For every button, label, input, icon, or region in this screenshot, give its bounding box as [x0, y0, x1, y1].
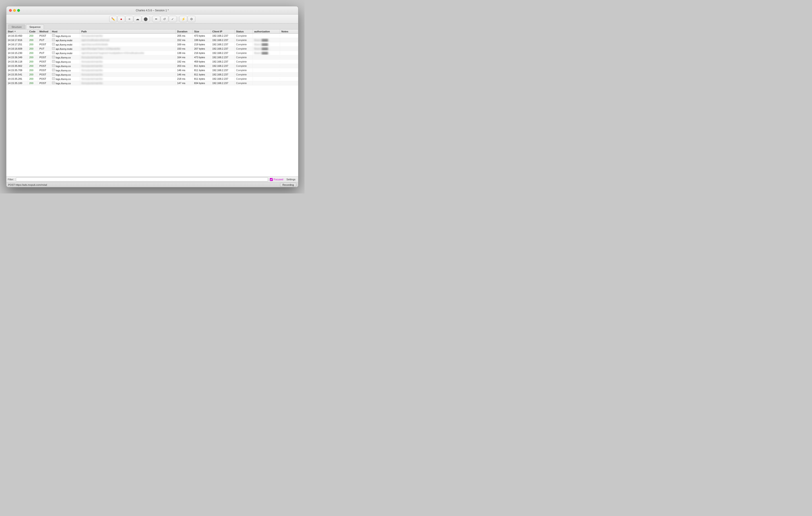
cell-notes: [280, 40, 298, 40]
row-type-icon: [52, 47, 55, 50]
table-row[interactable]: 14:16:17.251200POSTapi.ifunny.mobi/api/v…: [6, 42, 298, 47]
table-row[interactable]: 14:15:35.281200POSTlogs.ifunny.co/funny/…: [6, 77, 298, 81]
toolbar-btn-record[interactable]: ●: [117, 16, 125, 22]
toolbar-btn-pen2[interactable]: ✒: [152, 16, 160, 22]
filter-input[interactable]: [16, 177, 268, 181]
cell-code: 200: [28, 68, 38, 72]
filter-settings-button[interactable]: Settings: [285, 178, 297, 181]
row-type-icon: [52, 64, 55, 67]
cell-clientip: 192.168.2.237: [211, 77, 235, 81]
cell-status: Complete: [235, 60, 253, 63]
cell-auth: Bearer ████…: [253, 51, 280, 55]
maximize-button[interactable]: [17, 9, 20, 12]
cell-status: Complete: [235, 68, 253, 72]
cell-notes: [280, 48, 298, 49]
toolbar-btn-check[interactable]: ✓: [169, 16, 176, 22]
table-row[interactable]: 14:15:35.541200POSTlogs.ifunny.co/funny/…: [6, 72, 298, 77]
table-row[interactable]: 14:15:35.100200POSTlogs.ifunny.co/funny/…: [6, 81, 298, 85]
row-type-icon: [52, 34, 55, 37]
row-type-icon: [52, 77, 55, 80]
cell-host: logs.ifunny.co: [51, 60, 80, 64]
tabs-bar: Structure Sequence: [6, 24, 298, 29]
cell-code: 200: [28, 34, 38, 38]
cell-auth: [253, 74, 280, 75]
col-header-size[interactable]: Size: [193, 29, 211, 33]
cell-size: 216 bytes: [193, 51, 211, 55]
cell-method: POST: [38, 73, 51, 76]
cell-auth: [253, 61, 280, 62]
table-row[interactable]: 14:15:35.902200POSTlogs.ifunny.co/funny/…: [6, 64, 298, 68]
toolbar-separator: [151, 17, 151, 21]
col-header-code[interactable]: Code: [28, 29, 38, 33]
toolbar-btn-refresh[interactable]: ↺: [161, 16, 168, 22]
focused-checkbox[interactable]: [270, 178, 273, 181]
cell-clientip: 192.168.2.237: [211, 51, 235, 55]
cell-duration: 150 ms: [176, 47, 193, 51]
row-type-icon: [52, 60, 55, 63]
cell-start: 14:15:35.541: [6, 73, 28, 76]
toolbar-btn-circle[interactable]: ⬤: [142, 16, 149, 22]
cell-clientip: 192.168.2.237: [211, 42, 235, 46]
cell-method: POST: [38, 42, 51, 46]
cell-code: 200: [28, 51, 38, 55]
close-button[interactable]: [9, 9, 12, 12]
col-header-host[interactable]: Host: [51, 29, 80, 33]
row-type-icon: [52, 38, 55, 41]
cell-path: /api/v4/users/me?augment=true&platform=i…: [80, 51, 176, 55]
cell-path: /api/v1/notifications/list/read: [80, 38, 176, 42]
table-row[interactable]: 14:15:36.118200POSTlogs.ifunny.co/funny/…: [6, 60, 298, 64]
table-row[interactable]: 14:16:33.450200POSTlogs.ifunny.co/funny/…: [6, 34, 298, 38]
cell-notes: [280, 44, 298, 45]
cell-code: 200: [28, 60, 38, 63]
cell-method: POST: [38, 34, 51, 38]
toolbar: ✏️ ● ≡ ☁ ⬤ ✒ ↺ ✓ ⚡ ⚙: [6, 14, 298, 24]
table-row[interactable]: 14:16:16.609200PUTapi.ifunny.mobi/api/v3…: [6, 47, 298, 51]
col-header-clientip[interactable]: Client IP: [211, 29, 235, 33]
cell-path: /funny/posts/main/bio: [80, 77, 176, 81]
cell-clientip: 192.168.2.237: [211, 60, 235, 63]
traffic-lights: [9, 9, 20, 12]
cell-auth: [253, 65, 280, 66]
cell-method: POST: [38, 64, 51, 68]
toolbar-btn-throttle[interactable]: ≡: [125, 16, 133, 22]
minimize-button[interactable]: [13, 9, 16, 12]
tab-sequence[interactable]: Sequence: [26, 25, 44, 29]
col-header-duration[interactable]: Duration: [176, 29, 193, 33]
table-row[interactable]: 14:15:36.349200POSTlogs.ifunny.co/funny/…: [6, 55, 298, 60]
col-header-method[interactable]: Method: [38, 29, 51, 33]
col-header-notes[interactable]: Notes: [280, 29, 298, 33]
cell-host: logs.ifunny.co: [51, 34, 80, 38]
focused-toggle[interactable]: Focused: [270, 178, 283, 181]
main-window: Charles 4.5.6 – Session 1 * ✏️ ● ≡ ☁ ⬤ ✒…: [6, 6, 298, 187]
cell-auth: [253, 35, 280, 36]
cell-host: logs.ifunny.co: [51, 68, 80, 72]
tab-structure[interactable]: Structure: [8, 25, 25, 29]
cell-path: /funny/posts/main/bio: [80, 60, 176, 63]
cell-duration: 218 ms: [176, 77, 193, 81]
toolbar-btn-lightning[interactable]: ⚡: [179, 16, 187, 22]
cell-duration: 192 ms: [176, 60, 193, 63]
cell-notes: [280, 70, 298, 71]
table-body: 14:16:33.450200POSTlogs.ifunny.co/funny/…: [6, 34, 298, 177]
cell-size: 811 bytes: [193, 73, 211, 76]
row-type-icon: [52, 69, 55, 71]
status-bar: POST https://ads.mopub.com/m/ad Recordin…: [6, 182, 298, 187]
col-header-start[interactable]: Start ▼: [6, 29, 28, 33]
table-row[interactable]: 14:16:17.816200PUTapi.ifunny.mobi/api/v1…: [6, 38, 298, 42]
toolbar-btn-cloud[interactable]: ☁: [134, 16, 141, 22]
toolbar-btn-pen[interactable]: ✏️: [109, 16, 117, 22]
cell-status: Complete: [235, 42, 253, 46]
cell-duration: 203 ms: [176, 64, 193, 68]
cell-notes: [280, 61, 298, 62]
cell-auth: [253, 57, 280, 58]
cell-method: POST: [38, 56, 51, 59]
row-type-icon: [52, 56, 55, 58]
col-header-status[interactable]: Status: [235, 29, 253, 33]
col-header-path[interactable]: Path: [80, 29, 176, 33]
toolbar-btn-settings[interactable]: ⚙: [187, 16, 195, 22]
col-header-authorization[interactable]: authorization: [253, 29, 280, 33]
recording-button[interactable]: Recording: [280, 183, 296, 187]
cell-method: POST: [38, 81, 51, 85]
table-row[interactable]: 14:16:15.230200PUTapi.ifunny.mobi/api/v4…: [6, 51, 298, 55]
table-row[interactable]: 14:15:35.709200POSTlogs.ifunny.co/funny/…: [6, 68, 298, 72]
